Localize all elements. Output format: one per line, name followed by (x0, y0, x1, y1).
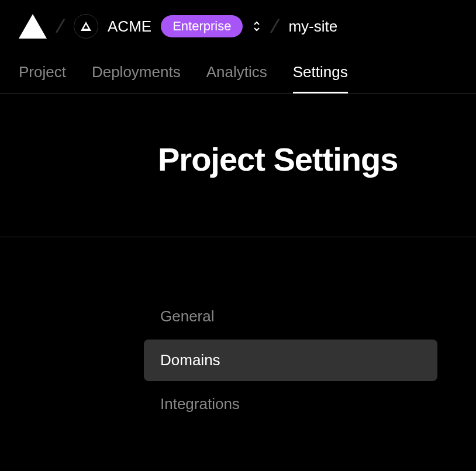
sidebar-item-domains[interactable]: Domains (144, 340, 437, 381)
team-avatar[interactable] (74, 14, 98, 39)
team-name[interactable]: ACME (108, 18, 151, 36)
sidebar-item-integrations[interactable]: Integrations (144, 383, 437, 425)
nav-tabs: Project Deployments Analytics Settings (0, 53, 476, 93)
project-name[interactable]: my-site (288, 18, 337, 36)
tab-analytics[interactable]: Analytics (206, 53, 267, 93)
tab-project[interactable]: Project (19, 53, 66, 93)
vercel-logo-icon[interactable] (19, 14, 47, 39)
separator-icon: / (269, 13, 281, 39)
settings-sidebar: General Domains Integrations (0, 237, 437, 425)
sidebar-item-general[interactable]: General (144, 296, 437, 337)
team-selector-icon[interactable] (252, 20, 261, 32)
header: / ACME Enterprise / my-site (0, 0, 476, 53)
avatar-icon (81, 22, 91, 31)
separator-icon: / (54, 13, 67, 39)
tab-settings[interactable]: Settings (293, 53, 348, 93)
page-title-section: Project Settings (0, 93, 476, 237)
team-context: ACME Enterprise (74, 14, 261, 39)
plan-badge: Enterprise (161, 15, 243, 37)
page-title: Project Settings (158, 140, 476, 178)
tab-deployments[interactable]: Deployments (92, 53, 181, 93)
